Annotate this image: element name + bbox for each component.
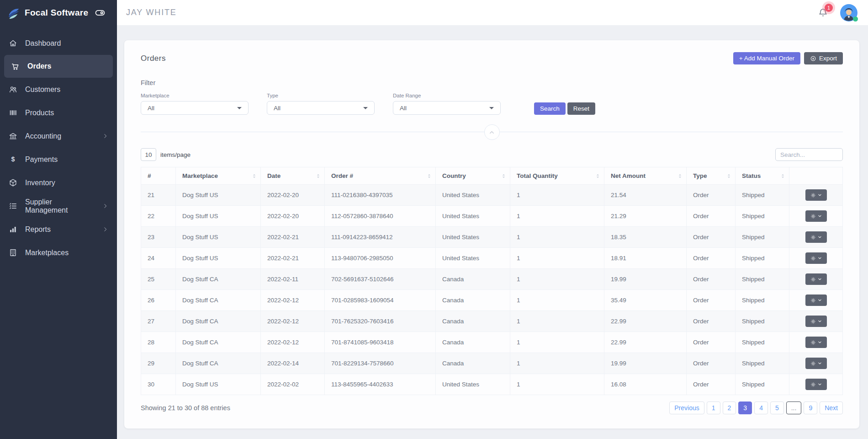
row-actions-button[interactable] <box>805 337 827 348</box>
column-label: Status <box>742 172 761 179</box>
sidebar-item-dashboard[interactable]: Dashboard <box>0 32 117 55</box>
row-actions-button[interactable] <box>805 189 827 201</box>
marketplace-select[interactable]: All <box>141 101 249 115</box>
column-header-status[interactable]: Status <box>736 167 789 185</box>
table-cell-actions <box>789 269 843 290</box>
table-cell: Shipped <box>736 290 789 311</box>
row-actions-button[interactable] <box>805 273 827 285</box>
page-button-next[interactable]: Next <box>820 402 843 414</box>
sidebar-item-marketplaces[interactable]: Marketplaces <box>0 241 117 264</box>
column-header-country[interactable]: Country <box>436 167 510 185</box>
table-cell: 2022-02-12 <box>261 290 325 311</box>
filter-field-label: Marketplace <box>141 93 249 98</box>
table-cell: 2022-02-21 <box>261 248 325 269</box>
caret-down-icon <box>489 107 494 109</box>
filter-fields: MarketplaceAllTypeAllDate RangeAll <box>141 93 519 115</box>
table-cell: Shipped <box>736 269 789 290</box>
table-cell-actions <box>789 332 843 353</box>
column-label: Net Amount <box>611 172 646 179</box>
sidebar-toggle-icon[interactable] <box>95 9 106 17</box>
table-cell: 35.49 <box>604 290 687 311</box>
sidebar-item-accounting[interactable]: Accounting <box>0 124 117 148</box>
sidebar-item-label: Orders <box>27 62 51 70</box>
row-actions-button[interactable] <box>805 316 827 327</box>
row-actions-button[interactable] <box>805 252 827 264</box>
column-header-total-quantity[interactable]: Total Quantity <box>510 167 604 185</box>
chevron-up-icon <box>488 129 495 136</box>
topbar-actions: 1 <box>818 4 857 21</box>
table-cell-actions <box>789 290 843 311</box>
column-header-type[interactable]: Type <box>687 167 736 185</box>
cart-icon <box>11 62 20 71</box>
add-manual-order-button[interactable]: + Add Manual Order <box>733 52 800 64</box>
table-cell: 111-0914223-8659412 <box>325 227 436 248</box>
sidebar-item-inventory[interactable]: Inventory <box>0 171 117 194</box>
sidebar-item-products[interactable]: Products <box>0 101 117 124</box>
search-button[interactable]: Search <box>534 102 566 115</box>
gear-icon <box>810 256 816 261</box>
page-button-1[interactable]: 1 <box>707 402 720 414</box>
column-header-: # <box>141 167 176 185</box>
gear-icon <box>810 235 816 240</box>
table-cell: 1 <box>510 269 604 290</box>
row-actions-button[interactable] <box>805 294 827 306</box>
column-header-date[interactable]: Date <box>261 167 325 185</box>
table-cell: 1 <box>510 248 604 269</box>
table-cell: 113-9480706-2985050 <box>325 248 436 269</box>
notification-bell-icon[interactable]: 1 <box>818 7 828 18</box>
chevron-down-icon <box>818 235 822 239</box>
table-search-input[interactable] <box>775 148 843 161</box>
table-cell: 21.29 <box>604 206 687 227</box>
table-cell: 26 <box>141 290 176 311</box>
svg-text:$: $ <box>11 155 15 163</box>
page-button-previous[interactable]: Previous <box>669 402 704 414</box>
sidebar-item-customers[interactable]: Customers <box>0 78 117 101</box>
table-cell: 1 <box>510 311 604 332</box>
caret-down-icon <box>237 107 242 109</box>
export-button[interactable]: Export <box>804 52 843 64</box>
collapse-filter-button[interactable] <box>484 124 500 140</box>
column-header-net-amount[interactable]: Net Amount <box>604 167 687 185</box>
page-button-4[interactable]: 4 <box>754 402 768 414</box>
table-cell: 27 <box>141 311 176 332</box>
user-avatar[interactable] <box>840 4 857 21</box>
sidebar-item-orders[interactable]: Orders <box>4 55 113 78</box>
sidebar-item-payments[interactable]: $Payments <box>0 148 117 171</box>
date-range-select[interactable]: All <box>393 101 501 115</box>
select-value: All <box>400 105 407 112</box>
row-actions-button[interactable] <box>805 231 827 243</box>
page-button-3[interactable]: 3 <box>738 402 752 414</box>
column-header-order[interactable]: Order # <box>325 167 436 185</box>
page-button-9[interactable]: 9 <box>804 402 817 414</box>
table-cell: Shipped <box>736 185 789 206</box>
table-cell: 21.54 <box>604 185 687 206</box>
page-button-5[interactable]: 5 <box>770 402 784 414</box>
table-cell: Order <box>687 185 736 206</box>
gear-icon <box>810 214 816 219</box>
row-actions-button[interactable] <box>805 210 827 222</box>
table-cell: United States <box>436 227 510 248</box>
chevron-down-icon <box>818 361 822 365</box>
table-cell: Canada <box>436 332 510 353</box>
page-button-2[interactable]: 2 <box>723 402 736 414</box>
table-cell: 21 <box>141 185 176 206</box>
table-cell: 22.99 <box>604 311 687 332</box>
table-cell: Order <box>687 332 736 353</box>
items-per-page-input[interactable] <box>141 148 156 161</box>
table-cell: 701-8229134-7578660 <box>325 353 436 374</box>
chevron-right-icon <box>102 203 109 209</box>
table-cell-actions <box>789 206 843 227</box>
column-header-marketplace[interactable]: Marketplace <box>176 167 261 185</box>
row-actions-button[interactable] <box>805 379 827 390</box>
table-row: 30Dog Stuff US2022-02-02113-8455965-4402… <box>141 374 843 395</box>
sidebar: Focal Software DashboardOrdersCustomersP… <box>0 0 117 439</box>
sidebar-item-reports[interactable]: Reports <box>0 218 117 241</box>
chevron-down-icon <box>818 214 822 218</box>
type-select[interactable]: All <box>267 101 375 115</box>
reset-button[interactable]: Reset <box>567 102 595 115</box>
table-cell: Dog Stuff US <box>176 227 261 248</box>
sidebar-item-supplier-management[interactable]: Supplier Management <box>0 194 117 218</box>
items-per-page: items/page <box>141 148 191 161</box>
row-actions-button[interactable] <box>805 358 827 369</box>
table-cell: 111-0216380-4397035 <box>325 185 436 206</box>
